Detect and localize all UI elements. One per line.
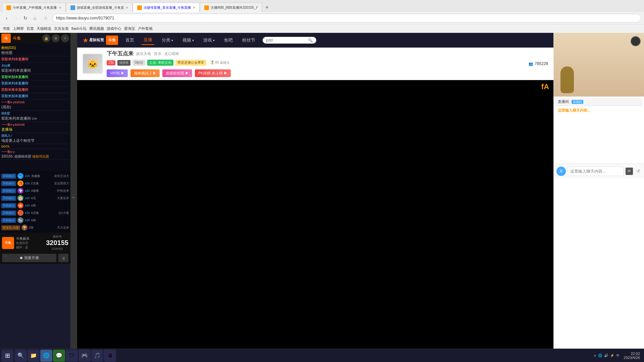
sidebar-close-icon[interactable]: × — [61, 34, 69, 42]
search-icon[interactable]: 🔍 — [308, 38, 313, 43]
home-button[interactable]: ⌂ — [31, 14, 39, 22]
taskbar-start-button[interactable]: ⊞ — [1, 350, 13, 362]
bookmark-tencent[interactable]: 腾讯视频 — [89, 26, 104, 31]
gift-x20-3: x20 — [25, 189, 30, 192]
btn-pk-rank[interactable]: PK排榜 未上榜 ▶ — [195, 69, 231, 77]
systray-power[interactable]: ⚡ — [610, 354, 614, 357]
tab-4[interactable]: 主播阿郎_阿郎直播间320155_户外直 — [200, 3, 262, 12]
douyu-logo-box: 斗鱼 — [106, 36, 118, 45]
systray-arrow[interactable]: ∧ — [594, 354, 596, 357]
nav-game[interactable]: 游戏 — [201, 36, 217, 45]
chat-username: 双彩米列本直播间 — [1, 57, 69, 62]
gift-item: 异能融合 🎁 x20 2元鱼 送这围观大 — [1, 180, 69, 187]
bookmark-jingdong[interactable]: 京东女装 — [54, 26, 69, 31]
chat-username: 一一彩x·y320155 — [1, 100, 69, 105]
chat-text: 双彩米列本直播间 — [1, 68, 69, 73]
bookmark-gamecenter[interactable]: 游戏中心 — [107, 26, 121, 31]
new-tab-button[interactable]: + — [262, 3, 272, 12]
taskbar-clock[interactable]: 22:02 2023/4/26 — [624, 352, 640, 360]
taskbar-shield-app[interactable]: 🛡 — [66, 350, 78, 362]
bookmark-tianmao[interactable]: 天猫精选 — [37, 26, 51, 31]
sidebar-logo: 斗 — [1, 34, 11, 43]
taskbar-search-app[interactable]: 🔍 — [15, 350, 27, 362]
chat-item: DOTA — [1, 144, 69, 149]
taskbar-game-app[interactable]: 🎮 — [78, 350, 91, 362]
bookmark-flash[interactable]: flash斗玩 — [71, 26, 87, 31]
gift-badge: 异能融合 — [1, 218, 16, 223]
tab-label-4: 主播阿郎_阿郎直播间320155_户外直 — [211, 5, 258, 10]
chat-username: WA官 — [1, 111, 69, 116]
chat-input[interactable] — [567, 167, 624, 176]
gift-item: 异能融合 🌸 x20 4元 大量送来 — [1, 194, 69, 202]
sidebar-gear-icon[interactable]: ⚙ — [52, 34, 60, 42]
expand-btn[interactable]: ‹| — [58, 254, 68, 262]
bookmark-aitaobao[interactable]: 爱淘宝 — [124, 26, 135, 31]
collapse-sidebar-btn[interactable]: ‹ — [70, 33, 77, 362]
nav-home[interactable]: 首页 — [123, 36, 136, 45]
systray-lang-zh[interactable]: 中 — [616, 353, 620, 358]
chat-item: WA官 双彩米列本直播间 DNI — [1, 111, 69, 122]
gift-x20-2: x20 — [25, 182, 30, 185]
systray-volume[interactable]: 🔊 — [604, 354, 608, 357]
btn-vip[interactable]: VIP间 ▶ — [107, 69, 128, 77]
sidebar-top: 斗 斗鱼 🔒 ⚙ × — [0, 33, 70, 44]
taskbar-music-app[interactable]: 🎵 — [91, 350, 103, 362]
user-avatar-text: 亲 — [559, 169, 563, 174]
nav-fishbar[interactable]: 鱼吧 — [222, 36, 235, 45]
nav-fansfest[interactable]: 粉丝节 — [240, 36, 257, 45]
chat-zh-btn[interactable]: 中 — [626, 168, 633, 175]
taskbar-date-text: 2023/4/26 — [624, 356, 640, 360]
sidebar-lock-icon[interactable]: 🔒 — [42, 34, 50, 42]
taskbar-chat-app[interactable]: 💬 — [53, 350, 65, 362]
back-button[interactable]: ‹ — [3, 14, 11, 22]
tab-2[interactable]: 游戏直播_全部游戏直播_斗鱼直播 × — [66, 3, 133, 12]
bookmark-baidu[interactable]: 百度 — [26, 26, 34, 31]
gift-badge: 异能融合 — [1, 196, 16, 201]
chat-text: 320155: 超级粉丝团 做较优化团 — [1, 154, 69, 159]
tab-close-3[interactable]: × — [193, 5, 195, 10]
header-slogan: 星际拓荒 — [89, 38, 104, 43]
right-chat-item: 这里输入聊天内容... — [556, 107, 641, 114]
chat-username: 一一彩x·y320155 — [1, 123, 69, 127]
systray-network[interactable]: 🌐 — [598, 354, 602, 357]
nav-category[interactable]: 分类 — [160, 36, 175, 45]
video-area[interactable]: fA — [77, 80, 553, 349]
search-input[interactable] — [266, 38, 308, 43]
refresh-button[interactable]: ↻ — [21, 14, 30, 22]
gift-badge: 异能融合 — [1, 188, 16, 193]
cam-mic-icon — [631, 36, 641, 46]
bookmark-shangwang[interactable]: 上网帮 — [13, 26, 24, 31]
followers-info: 👥 785228 — [529, 61, 548, 66]
bookmark-shuqian[interactable]: 书签 — [3, 26, 10, 31]
gift-msg-2: 2元鱼 — [31, 181, 53, 186]
btn-fans[interactable]: 超级粉丝团 ▶ — [162, 69, 192, 77]
gift-badge: 异能融合 — [1, 181, 16, 186]
streamer-info-bar: 🐱 下午五点来 娱乐天地 · 音乐 · 走心唱将 CN 线维维 0粉丝 公会: … — [77, 48, 553, 80]
bookmark-star[interactable]: ☆ — [42, 14, 50, 22]
forward-button[interactable]: › — [12, 14, 20, 22]
url-box[interactable]: https://www.douyu.com/9179071 — [52, 14, 641, 22]
gift-item: 异能融合 🎵 x20 4元鱼 QO大量 — [1, 209, 69, 217]
fa-overlay: fA — [539, 82, 552, 92]
nav-live[interactable]: 直播 — [142, 36, 154, 45]
chat-arrow-icon[interactable]: ↺ — [634, 168, 642, 175]
chat-item: Joy来 双彩米列本直播间 — [1, 63, 69, 74]
chat-text: 直播场 — [1, 127, 69, 132]
btn-pk-challenge[interactable]: 巅峰挑战 2 ▶ — [130, 69, 160, 77]
tab-close-1[interactable]: × — [59, 5, 61, 10]
tab-close-2[interactable]: × — [126, 5, 128, 10]
tab-label-3: 法捷传直播_音乐直播_斗鱼直播 — [144, 5, 191, 10]
address-bar: ‹ › ↻ ⌂ ☆ https://www.douyu.com/9179071 — [0, 12, 644, 24]
open-stream-btn[interactable]: ⏺ 我要开播 — [2, 254, 56, 262]
right-chat-tab-direct[interactable]: 直播间 — [558, 99, 569, 104]
tab-1[interactable]: 斗外直播_户外视频_斗鱼直播 × — [2, 3, 66, 12]
gift-item: 贺送礼 x2张 🏆 2张 无力送来 — [1, 224, 69, 231]
bookmark-hukec[interactable]: 户外客栈 — [138, 26, 153, 31]
nav-video[interactable]: 视频 — [180, 36, 196, 45]
taskbar-folder-app[interactable]: 📁 — [28, 350, 40, 362]
sidebar-labels: 斗鱼娱乐 欢迎你所 循环：是 — [16, 236, 30, 250]
tab-3[interactable]: 法捷传直播_音乐直播_斗鱼直播 × — [133, 3, 200, 12]
taskbar-browser-app[interactable]: 🌐 — [40, 350, 52, 362]
taskbar-terminal-app[interactable]: 🖥 — [104, 350, 116, 362]
tag-score: 🏅 80 成就点 — [208, 60, 232, 66]
